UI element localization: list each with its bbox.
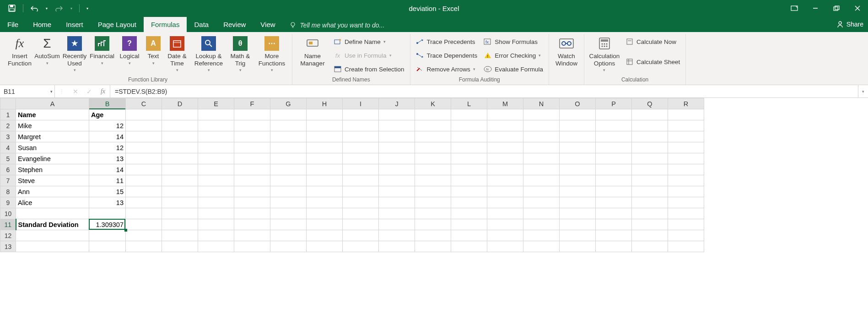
- cell-H8[interactable]: [307, 186, 343, 197]
- tab-insert[interactable]: Insert: [59, 17, 91, 32]
- column-header-N[interactable]: N: [523, 98, 560, 109]
- cell-M12[interactable]: [487, 230, 523, 241]
- cell-E4[interactable]: [198, 142, 234, 153]
- cell-F8[interactable]: [234, 186, 270, 197]
- cell-G1[interactable]: [270, 109, 307, 120]
- cell-C8[interactable]: [126, 186, 162, 197]
- cell-D9[interactable]: [162, 197, 198, 208]
- cell-E8[interactable]: [198, 186, 234, 197]
- cell-D7[interactable]: [162, 175, 198, 186]
- cell-H6[interactable]: [307, 164, 343, 175]
- column-header-G[interactable]: G: [270, 98, 307, 109]
- cell-E10[interactable]: [198, 208, 234, 219]
- cell-G8[interactable]: [270, 186, 307, 197]
- undo-button[interactable]: [28, 2, 41, 15]
- cell-K2[interactable]: [415, 120, 451, 131]
- cell-Q1[interactable]: [632, 109, 668, 120]
- cell-L3[interactable]: [451, 131, 487, 142]
- cell-B11[interactable]: 1.309307: [89, 219, 126, 230]
- cell-N9[interactable]: [523, 197, 560, 208]
- column-header-B[interactable]: B: [89, 98, 126, 109]
- financial-button[interactable]: Financial▾: [89, 34, 115, 75]
- cell-A6[interactable]: Stephen: [16, 164, 89, 175]
- cell-L8[interactable]: [451, 186, 487, 197]
- tab-review[interactable]: Review: [216, 17, 253, 32]
- cell-A7[interactable]: Steve: [16, 175, 89, 186]
- cell-G2[interactable]: [270, 120, 307, 131]
- cell-P3[interactable]: [596, 131, 632, 142]
- cell-N5[interactable]: [523, 153, 560, 164]
- cell-A9[interactable]: Alice: [16, 197, 89, 208]
- cell-P11[interactable]: [596, 219, 632, 230]
- cell-H3[interactable]: [307, 131, 343, 142]
- column-header-R[interactable]: R: [668, 98, 704, 109]
- cell-J5[interactable]: [379, 153, 415, 164]
- cell-E5[interactable]: [198, 153, 234, 164]
- show-formulas-button[interactable]: fxShow Formulas: [481, 36, 546, 48]
- cell-A4[interactable]: Susan: [16, 142, 89, 153]
- row-header-5[interactable]: 5: [0, 153, 16, 164]
- cell-M10[interactable]: [487, 208, 523, 219]
- save-icon[interactable]: [5, 2, 18, 15]
- cell-J2[interactable]: [379, 120, 415, 131]
- cell-H11[interactable]: [307, 219, 343, 230]
- cell-F4[interactable]: [234, 142, 270, 153]
- undo-dropdown[interactable]: ▾: [43, 2, 50, 15]
- cell-C3[interactable]: [126, 131, 162, 142]
- cell-A2[interactable]: Mike: [16, 120, 89, 131]
- cell-K7[interactable]: [415, 175, 451, 186]
- cell-D2[interactable]: [162, 120, 198, 131]
- cell-J9[interactable]: [379, 197, 415, 208]
- cell-L13[interactable]: [451, 241, 487, 252]
- cell-R6[interactable]: [668, 164, 704, 175]
- cell-C10[interactable]: [126, 208, 162, 219]
- cell-Q6[interactable]: [632, 164, 668, 175]
- maximize-button[interactable]: [826, 0, 847, 16]
- cell-O5[interactable]: [560, 153, 596, 164]
- cell-J13[interactable]: [379, 241, 415, 252]
- cell-B10[interactable]: [89, 208, 126, 219]
- cell-K1[interactable]: [415, 109, 451, 120]
- column-header-D[interactable]: D: [162, 98, 198, 109]
- cell-P10[interactable]: [596, 208, 632, 219]
- cell-G6[interactable]: [270, 164, 307, 175]
- cell-B13[interactable]: [89, 241, 126, 252]
- cancel-formula-button[interactable]: ✕: [69, 85, 82, 98]
- tab-view[interactable]: View: [253, 17, 282, 32]
- cell-Q13[interactable]: [632, 241, 668, 252]
- lookup-reference-button[interactable]: Lookup & Reference▾: [191, 34, 226, 75]
- row-header-10[interactable]: 10: [0, 208, 16, 219]
- cell-R11[interactable]: [668, 219, 704, 230]
- cell-P1[interactable]: [596, 109, 632, 120]
- cell-A3[interactable]: Margret: [16, 131, 89, 142]
- date-time-button[interactable]: Date & Time▾: [164, 34, 190, 75]
- insert-function-fx-button[interactable]: fx: [96, 85, 110, 98]
- spreadsheet-grid[interactable]: ABCDEFGHIJKLMNOPQR1NameAge2Mike123Margre…: [0, 98, 868, 319]
- cell-H4[interactable]: [307, 142, 343, 153]
- formula-bar-options[interactable]: ⋮: [55, 85, 69, 98]
- cell-K9[interactable]: [415, 197, 451, 208]
- cell-M11[interactable]: [487, 219, 523, 230]
- cell-C12[interactable]: [126, 230, 162, 241]
- cell-C6[interactable]: [126, 164, 162, 175]
- cell-K3[interactable]: [415, 131, 451, 142]
- cell-N7[interactable]: [523, 175, 560, 186]
- cell-Q4[interactable]: [632, 142, 668, 153]
- cell-Q11[interactable]: [632, 219, 668, 230]
- cell-M7[interactable]: [487, 175, 523, 186]
- cell-J3[interactable]: [379, 131, 415, 142]
- row-header-1[interactable]: 1: [0, 109, 16, 120]
- cell-J4[interactable]: [379, 142, 415, 153]
- cell-E13[interactable]: [198, 241, 234, 252]
- cell-N1[interactable]: [523, 109, 560, 120]
- cell-O4[interactable]: [560, 142, 596, 153]
- cell-D12[interactable]: [162, 230, 198, 241]
- cell-M1[interactable]: [487, 109, 523, 120]
- cell-I2[interactable]: [343, 120, 379, 131]
- cell-A10[interactable]: [16, 208, 89, 219]
- trace-dependents-button[interactable]: Trace Dependents: [413, 49, 480, 61]
- cell-B1[interactable]: Age: [89, 109, 126, 120]
- cell-A12[interactable]: [16, 230, 89, 241]
- cell-C1[interactable]: [126, 109, 162, 120]
- row-header-13[interactable]: 13: [0, 241, 16, 252]
